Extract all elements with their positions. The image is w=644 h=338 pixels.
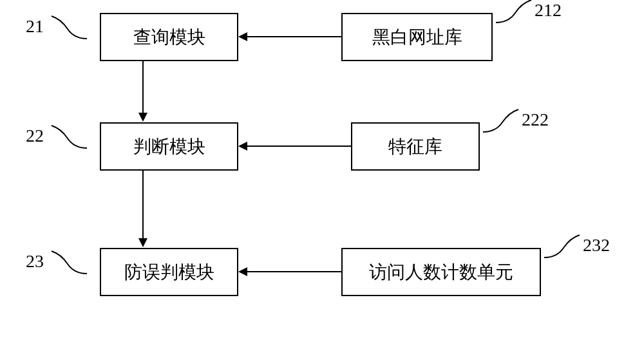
leader-232 bbox=[544, 235, 580, 261]
box-visitor-counter: 访问人数计数单元 bbox=[341, 248, 541, 296]
ref-22: 22 bbox=[26, 126, 44, 146]
leader-222 bbox=[483, 109, 518, 135]
leader-23 bbox=[52, 251, 87, 277]
box-bw-url-db: 黑白网址库 bbox=[341, 13, 493, 61]
box-antimis-module: 防误判模块 bbox=[100, 248, 238, 296]
box-judge-module: 判断模块 bbox=[100, 122, 238, 171]
leader-22 bbox=[52, 126, 87, 151]
arrow-visitor-to-antimis bbox=[247, 271, 341, 272]
arrow-bwdb-to-query bbox=[247, 36, 341, 37]
arrow-head-bwdb-to-query bbox=[238, 32, 247, 41]
box-query-module: 查询模块 bbox=[100, 13, 238, 61]
box-antimis-module-label: 防误判模块 bbox=[124, 260, 214, 285]
arrow-head-query-to-judge bbox=[138, 113, 147, 122]
box-feature-db: 特征库 bbox=[351, 122, 480, 171]
arrow-feat-to-judge bbox=[247, 146, 351, 147]
arrow-head-visitor-to-antimis bbox=[238, 267, 247, 276]
ref-23: 23 bbox=[26, 251, 44, 272]
box-feature-db-label: 特征库 bbox=[388, 135, 442, 159]
leader-212 bbox=[496, 0, 531, 26]
box-judge-module-label: 判断模块 bbox=[133, 135, 205, 159]
box-visitor-counter-label: 访问人数计数单元 bbox=[369, 260, 513, 285]
leader-21 bbox=[52, 16, 87, 42]
arrow-head-judge-to-antimis bbox=[138, 238, 147, 247]
ref-21: 21 bbox=[26, 16, 44, 37]
ref-212: 212 bbox=[535, 0, 562, 21]
ref-232: 232 bbox=[583, 235, 610, 256]
arrow-query-to-judge bbox=[142, 61, 144, 113]
arrow-judge-to-antimis bbox=[142, 171, 144, 238]
arrow-head-feat-to-judge bbox=[238, 142, 247, 151]
box-query-module-label: 查询模块 bbox=[133, 25, 205, 50]
ref-222: 222 bbox=[522, 109, 549, 130]
box-bw-url-db-label: 黑白网址库 bbox=[372, 25, 462, 50]
